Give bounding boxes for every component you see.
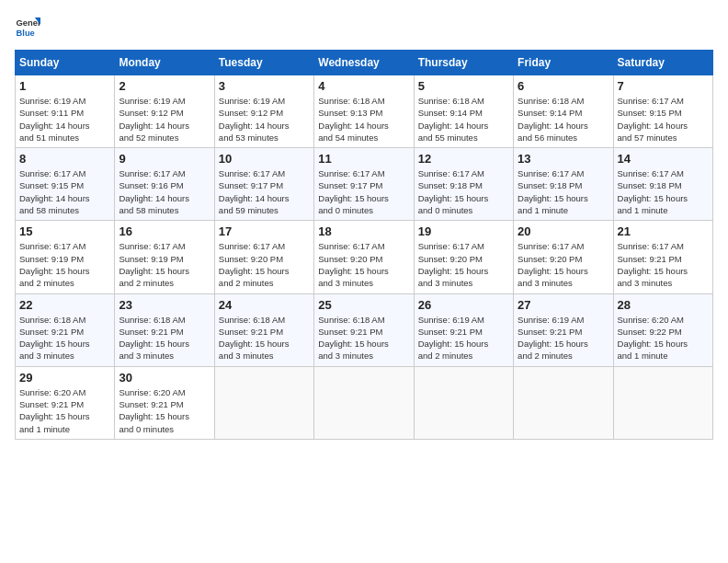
day-info: Sunrise: 6:17 AMSunset: 9:19 PMDaylight:… [19, 240, 110, 289]
day-cell: 6Sunrise: 6:18 AMSunset: 9:14 PMDaylight… [514, 75, 613, 148]
svg-text:General: General [17, 18, 40, 28]
day-cell: 11Sunrise: 6:17 AMSunset: 9:17 PMDayligh… [314, 148, 414, 221]
day-info: Sunrise: 6:17 AMSunset: 9:20 PMDaylight:… [518, 240, 609, 289]
day-cell: 7Sunrise: 6:17 AMSunset: 9:15 PMDaylight… [613, 75, 712, 148]
day-number: 26 [418, 298, 509, 312]
day-info: Sunrise: 6:20 AMSunset: 9:21 PMDaylight:… [119, 386, 210, 435]
day-info: Sunrise: 6:19 AMSunset: 9:21 PMDaylight:… [418, 314, 509, 362]
day-number: 4 [318, 79, 409, 93]
calendar-day-header: Wednesday [314, 51, 414, 75]
day-info: Sunrise: 6:17 AMSunset: 9:17 PMDaylight:… [219, 167, 310, 216]
calendar-day-header: Saturday [613, 51, 712, 75]
day-cell: 21Sunrise: 6:17 AMSunset: 9:21 PMDayligh… [613, 221, 712, 293]
calendar-day-header: Friday [514, 51, 613, 75]
day-number: 28 [618, 298, 709, 312]
day-info: Sunrise: 6:18 AMSunset: 9:21 PMDaylight:… [219, 314, 310, 362]
day-number: 6 [518, 79, 609, 93]
day-cell: 19Sunrise: 6:17 AMSunset: 9:20 PMDayligh… [414, 221, 513, 293]
day-cell: 2Sunrise: 6:19 AMSunset: 9:12 PMDaylight… [115, 75, 214, 148]
empty-day-cell [514, 366, 613, 439]
day-cell: 26Sunrise: 6:19 AMSunset: 9:21 PMDayligh… [414, 293, 513, 366]
day-info: Sunrise: 6:17 AMSunset: 9:18 PMDaylight:… [518, 167, 609, 216]
empty-day-cell [214, 366, 313, 439]
day-number: 29 [19, 371, 110, 385]
day-number: 1 [19, 79, 110, 93]
day-info: Sunrise: 6:18 AMSunset: 9:21 PMDaylight:… [119, 314, 210, 362]
day-number: 9 [119, 152, 210, 166]
day-number: 12 [418, 152, 509, 166]
day-info: Sunrise: 6:19 AMSunset: 9:12 PMDaylight:… [119, 95, 210, 144]
day-cell: 16Sunrise: 6:17 AMSunset: 9:19 PMDayligh… [115, 221, 214, 293]
calendar-day-header: Sunday [16, 51, 115, 75]
day-cell: 20Sunrise: 6:17 AMSunset: 9:20 PMDayligh… [514, 221, 613, 293]
calendar-day-header: Tuesday [214, 51, 313, 75]
day-info: Sunrise: 6:19 AMSunset: 9:12 PMDaylight:… [219, 95, 310, 144]
calendar-week-row: 22Sunrise: 6:18 AMSunset: 9:21 PMDayligh… [16, 293, 713, 366]
day-cell: 9Sunrise: 6:17 AMSunset: 9:16 PMDaylight… [115, 148, 214, 221]
day-info: Sunrise: 6:17 AMSunset: 9:20 PMDaylight:… [219, 240, 310, 289]
day-number: 7 [618, 79, 709, 93]
day-info: Sunrise: 6:18 AMSunset: 9:21 PMDaylight:… [318, 314, 409, 362]
day-cell: 13Sunrise: 6:17 AMSunset: 9:18 PMDayligh… [514, 148, 613, 221]
day-number: 25 [318, 298, 409, 312]
day-cell: 22Sunrise: 6:18 AMSunset: 9:21 PMDayligh… [16, 293, 115, 366]
logo-icon: General Blue [15, 15, 40, 40]
day-number: 10 [219, 152, 310, 166]
logo: General Blue [15, 15, 40, 40]
day-info: Sunrise: 6:20 AMSunset: 9:21 PMDaylight:… [19, 386, 110, 435]
empty-day-cell [314, 366, 414, 439]
day-info: Sunrise: 6:17 AMSunset: 9:19 PMDaylight:… [119, 240, 210, 289]
day-number: 3 [219, 79, 310, 93]
svg-text:Blue: Blue [17, 29, 35, 38]
day-info: Sunrise: 6:17 AMSunset: 9:21 PMDaylight:… [618, 240, 709, 289]
day-number: 30 [119, 371, 210, 385]
day-info: Sunrise: 6:19 AMSunset: 9:11 PMDaylight:… [19, 95, 110, 144]
day-info: Sunrise: 6:17 AMSunset: 9:20 PMDaylight:… [418, 240, 509, 289]
calendar-week-row: 8Sunrise: 6:17 AMSunset: 9:15 PMDaylight… [16, 148, 713, 221]
day-cell: 8Sunrise: 6:17 AMSunset: 9:15 PMDaylight… [16, 148, 115, 221]
day-number: 16 [119, 224, 210, 238]
calendar-table: SundayMondayTuesdayWednesdayThursdayFrid… [15, 50, 713, 440]
day-cell: 23Sunrise: 6:18 AMSunset: 9:21 PMDayligh… [115, 293, 214, 366]
day-info: Sunrise: 6:17 AMSunset: 9:15 PMDaylight:… [618, 95, 709, 144]
day-info: Sunrise: 6:17 AMSunset: 9:18 PMDaylight:… [618, 167, 709, 216]
day-cell: 10Sunrise: 6:17 AMSunset: 9:17 PMDayligh… [214, 148, 313, 221]
day-number: 5 [418, 79, 509, 93]
calendar-week-row: 29Sunrise: 6:20 AMSunset: 9:21 PMDayligh… [16, 366, 713, 439]
calendar-day-header: Thursday [414, 51, 513, 75]
day-number: 14 [618, 152, 709, 166]
day-cell: 29Sunrise: 6:20 AMSunset: 9:21 PMDayligh… [16, 366, 115, 439]
day-cell: 1Sunrise: 6:19 AMSunset: 9:11 PMDaylight… [16, 75, 115, 148]
day-number: 21 [618, 224, 709, 238]
day-number: 2 [119, 79, 210, 93]
empty-day-cell [414, 366, 513, 439]
day-cell: 14Sunrise: 6:17 AMSunset: 9:18 PMDayligh… [613, 148, 712, 221]
day-info: Sunrise: 6:17 AMSunset: 9:15 PMDaylight:… [19, 167, 110, 216]
empty-day-cell [613, 366, 712, 439]
day-cell: 4Sunrise: 6:18 AMSunset: 9:13 PMDaylight… [314, 75, 414, 148]
day-cell: 3Sunrise: 6:19 AMSunset: 9:12 PMDaylight… [214, 75, 313, 148]
page-header: General Blue [15, 15, 713, 40]
calendar-week-row: 1Sunrise: 6:19 AMSunset: 9:11 PMDaylight… [16, 75, 713, 148]
day-number: 18 [318, 224, 409, 238]
day-number: 23 [119, 298, 210, 312]
day-cell: 30Sunrise: 6:20 AMSunset: 9:21 PMDayligh… [115, 366, 214, 439]
day-cell: 17Sunrise: 6:17 AMSunset: 9:20 PMDayligh… [214, 221, 313, 293]
day-info: Sunrise: 6:17 AMSunset: 9:18 PMDaylight:… [418, 167, 509, 216]
day-cell: 12Sunrise: 6:17 AMSunset: 9:18 PMDayligh… [414, 148, 513, 221]
day-number: 27 [518, 298, 609, 312]
day-number: 11 [318, 152, 409, 166]
day-info: Sunrise: 6:18 AMSunset: 9:21 PMDaylight:… [19, 314, 110, 362]
calendar-week-row: 15Sunrise: 6:17 AMSunset: 9:19 PMDayligh… [16, 221, 713, 293]
day-number: 8 [19, 152, 110, 166]
day-number: 15 [19, 224, 110, 238]
day-number: 17 [219, 224, 310, 238]
calendar-day-header: Monday [115, 51, 214, 75]
calendar-header-row: SundayMondayTuesdayWednesdayThursdayFrid… [16, 51, 713, 75]
day-info: Sunrise: 6:19 AMSunset: 9:21 PMDaylight:… [518, 314, 609, 362]
day-number: 19 [418, 224, 509, 238]
day-cell: 5Sunrise: 6:18 AMSunset: 9:14 PMDaylight… [414, 75, 513, 148]
day-info: Sunrise: 6:18 AMSunset: 9:13 PMDaylight:… [318, 95, 409, 144]
day-cell: 25Sunrise: 6:18 AMSunset: 9:21 PMDayligh… [314, 293, 414, 366]
day-number: 24 [219, 298, 310, 312]
